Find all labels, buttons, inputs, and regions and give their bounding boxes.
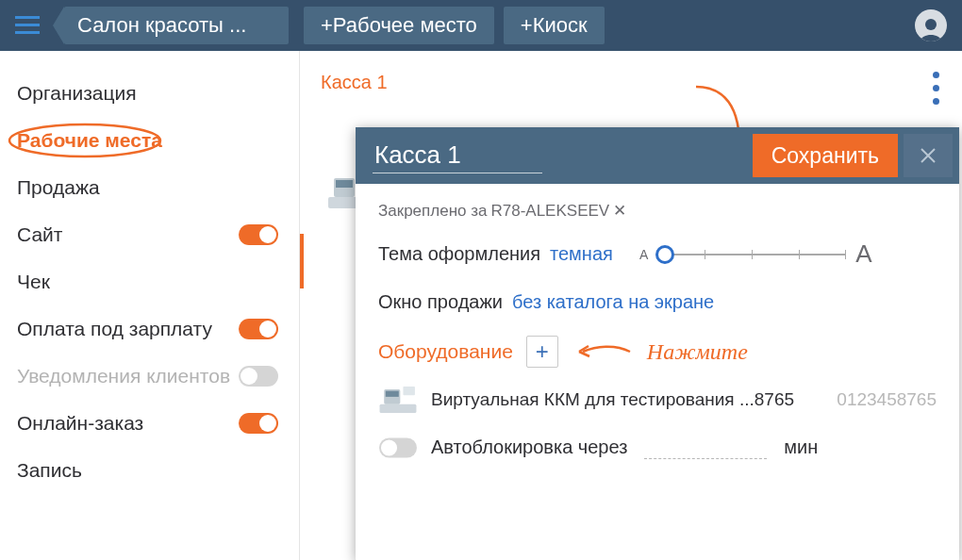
sidebar-item-label: Онлайн-заказ [17, 412, 143, 435]
equipment-row: Оборудование + Нажмите [378, 336, 937, 368]
toggle-notifications [239, 366, 278, 387]
sidebar-item-organization[interactable]: Организация [0, 70, 299, 117]
theme-row: Тема оформления темная A A [378, 239, 937, 269]
svg-rect-2 [15, 31, 40, 34]
font-small-icon: A [639, 247, 648, 262]
sidebar-item-receipt[interactable]: Чек [0, 258, 299, 305]
attached-host-row: Закреплено за R78-ALEKSEEV ✕ [378, 201, 937, 221]
sidebar-item-label: Сайт [17, 223, 62, 246]
svg-point-3 [925, 19, 937, 30]
sidebar-item-label: Чек [17, 271, 50, 293]
svg-rect-12 [403, 387, 414, 395]
autolock-toggle[interactable] [379, 437, 417, 457]
autolock-row: Автоблокировка через мин [378, 436, 937, 459]
device-name: Виртуальная ККМ для тестирования ...8765 [431, 389, 794, 410]
breadcrumb-label: Салон красоты ... [77, 13, 246, 38]
sidebar-item-booking[interactable]: Запись [0, 447, 299, 494]
menu-button[interactable] [0, 0, 55, 51]
font-large-icon: A [855, 239, 871, 269]
detach-button[interactable]: ✕ [613, 201, 626, 221]
add-kiosk-button[interactable]: +Киоск [504, 7, 605, 44]
svg-rect-0 [15, 16, 40, 19]
svg-rect-7 [336, 180, 353, 188]
add-equipment-button[interactable]: + [526, 336, 558, 368]
slider-track[interactable] [657, 254, 846, 255]
theme-value[interactable]: темная [550, 243, 613, 265]
autolock-label: Автоблокировка через [431, 436, 627, 458]
sale-window-value[interactable]: без каталога на экране [512, 291, 714, 313]
sidebar-item-notifications: Уведомления клиентов [0, 353, 299, 400]
press-hint: Нажмите [647, 339, 748, 365]
toggle-online-order[interactable] [239, 413, 278, 434]
more-menu-button[interactable] [929, 68, 943, 108]
sidebar: Организация Рабочие места Продажа Сайт Ч… [0, 51, 300, 560]
attached-host: R78-ALEKSEEV [490, 202, 609, 221]
workplace-name-input[interactable] [373, 139, 542, 173]
theme-label: Тема оформления [378, 243, 540, 265]
attached-prefix: Закреплено за [378, 202, 487, 221]
workplace-breadcrumb[interactable]: Касса 1 [321, 72, 388, 92]
close-button[interactable] [904, 134, 953, 177]
sidebar-item-label: Организация [17, 82, 137, 105]
cash-register-icon [378, 385, 418, 415]
person-icon [918, 15, 944, 41]
sidebar-item-label: Оплата под зарплату [17, 318, 212, 340]
sidebar-item-label: Рабочие места [17, 129, 162, 152]
toggle-site[interactable] [239, 224, 278, 245]
svg-rect-9 [380, 404, 417, 413]
sidebar-item-online-order[interactable]: Онлайн-заказ [0, 400, 299, 447]
device-row[interactable]: Виртуальная ККМ для тестирования ...8765… [378, 385, 937, 415]
avatar[interactable] [915, 9, 947, 41]
hamburger-icon [15, 16, 40, 35]
sidebar-item-workplaces[interactable]: Рабочие места [0, 117, 299, 164]
sidebar-item-sale[interactable]: Продажа [0, 164, 299, 211]
svg-rect-11 [386, 391, 399, 397]
sidebar-item-label: Продажа [17, 176, 100, 199]
font-size-slider[interactable]: A A [639, 239, 872, 269]
app-header: Салон красоты ... +Рабочее место +Киоск [0, 0, 962, 51]
slider-thumb[interactable] [655, 245, 674, 264]
svg-rect-1 [15, 24, 40, 26]
arrow-annotation-2 [575, 340, 632, 363]
sale-window-label: Окно продажи [378, 291, 503, 313]
device-serial: 0123458765 [837, 389, 937, 410]
sidebar-item-site[interactable]: Сайт [0, 211, 299, 258]
save-button[interactable]: Сохранить [753, 134, 898, 177]
add-workplace-button[interactable]: +Рабочее место [304, 7, 494, 44]
workplace-edit-panel: Сохранить Закреплено за R78-ALEKSEEV ✕ Т… [356, 127, 959, 560]
breadcrumb[interactable]: Салон красоты ... [64, 7, 289, 44]
panel-header: Сохранить [356, 127, 959, 184]
autolock-minutes-input[interactable] [644, 436, 767, 459]
sidebar-item-label: Уведомления клиентов [17, 365, 230, 387]
active-row-marker [300, 234, 304, 288]
equipment-label: Оборудование [378, 340, 513, 363]
toggle-salary-pay[interactable] [239, 319, 278, 339]
sidebar-item-salary-pay[interactable]: Оплата под зарплату [0, 305, 299, 353]
sidebar-item-label: Запись [17, 459, 82, 482]
autolock-unit: мин [784, 436, 818, 458]
sale-window-row: Окно продажи без каталога на экране [378, 291, 937, 313]
close-icon [919, 146, 937, 165]
